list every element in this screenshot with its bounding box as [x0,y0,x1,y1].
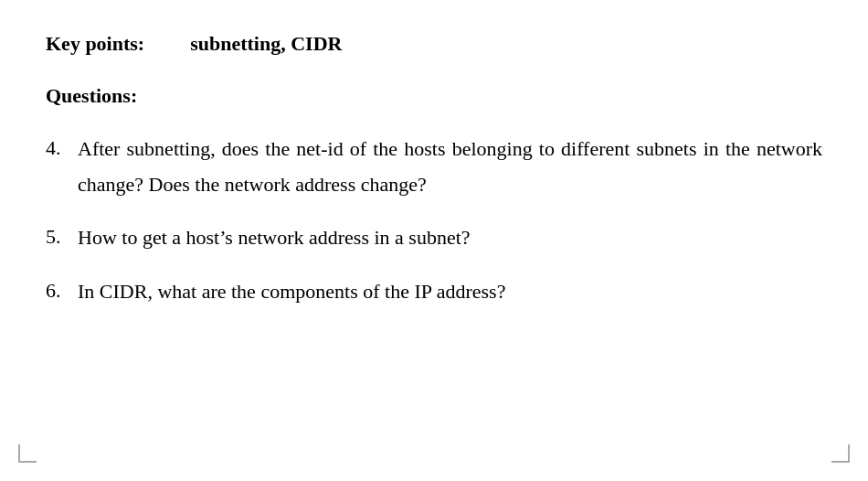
question-item-6: 6. In CIDR, what are the components of t… [46,274,822,310]
question-number-4: 4. [46,132,78,164]
questions-label: Questions: [46,80,822,112]
question-item-4: 4. After subnetting, does the net-id of … [46,132,822,202]
question-text-4: After subnetting, does the net-id of the… [78,132,822,202]
corner-bottom-right [831,444,850,463]
question-text-5: How to get a host’s network address in a… [78,220,471,256]
question-number-5: 5. [46,220,78,252]
page-content: Key points: subnetting, CIDR Questions: … [0,0,868,355]
question-item-5: 5. How to get a host’s network address i… [46,220,822,256]
question-number-6: 6. [46,274,78,306]
question-text-6: In CIDR, what are the components of the … [78,274,505,310]
corner-bottom-left [18,444,37,463]
key-points-line: Key points: subnetting, CIDR [46,27,822,59]
key-points-label: Key points: [46,27,144,59]
key-points-value: subnetting, CIDR [190,27,342,59]
